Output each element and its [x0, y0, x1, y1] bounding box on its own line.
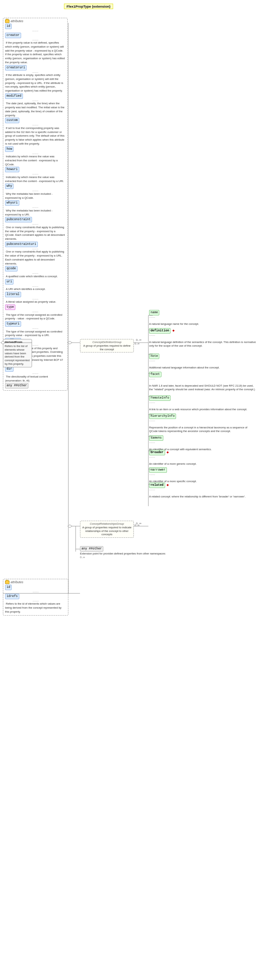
bottom-prop-idrefs-tag[interactable]: idrefs [5, 594, 19, 599]
ci-note: note ........ Additional natural languag… [149, 353, 220, 369]
ci-broader-desc: An identifier of a more generic concept. [149, 462, 197, 466]
ci-hierarchyinfo: hierarchyInfo ........ Represents the po… [149, 414, 256, 433]
ci-note-tag[interactable]: note [149, 353, 159, 359]
prop-how-desc: Indicates by which means the value was e… [5, 155, 58, 166]
prop-howuri: howuri ........ Indicates by which means… [5, 167, 66, 183]
prop-whyuri-tag[interactable]: whyuri [5, 200, 19, 206]
ci-sameas-tag[interactable]: sameAs [149, 435, 163, 441]
crg-desc: A group of properties required to indica… [82, 526, 132, 536]
cdg-label: ConceptDefinitionGroup [92, 340, 122, 344]
prop-creatoruri-desc: If the attribute is empty, specifies whi… [5, 73, 63, 92]
prop-pubconstrainturi: pubconstrainturi ........ One or many co… [5, 242, 66, 266]
prop-custom: custom ........ If set to true the corre… [5, 118, 66, 145]
prop-creator-tag[interactable]: creator [5, 33, 21, 38]
prop-id-tag[interactable]: id [5, 24, 12, 29]
ci-facet: facet ........ In NAR 1.8 and later, fac… [149, 372, 256, 391]
ci-definition: definition ◆ ........ A natural language… [149, 328, 256, 348]
prop-custom-dots: ........ [5, 123, 66, 126]
prop-pubconstraint: pubconstraint ........ One or many const… [5, 217, 66, 241]
prop-how-tag[interactable]: how [5, 146, 13, 152]
crg-any-other-desc: Extension point for provider-defined pro… [80, 552, 165, 555]
prop-typeuri-dots: ........ [5, 327, 66, 329]
prop-dir-tag[interactable]: dir [5, 366, 13, 372]
prop-modified: modified ........ The date (and, optiona… [5, 93, 66, 118]
prop-qcode: qcode ........ A qualified code which id… [5, 266, 66, 278]
ci-definition-tag[interactable]: definition [149, 328, 171, 334]
ci-name: name ........ A natural language name fo… [149, 310, 199, 326]
prop-creatoruri-tag[interactable]: creatoruri [5, 65, 27, 70]
prop-type-tag[interactable]: type [5, 304, 15, 310]
ci-broader-tag[interactable]: broader [149, 450, 165, 455]
prop-uri-tag[interactable]: uri [5, 279, 13, 285]
prop-whyuri: whyuri ........ Why the metadata has bee… [5, 200, 66, 216]
prop-uri-dots: ........ [5, 285, 66, 288]
ci-name-desc: A natural language name for the concept. [149, 322, 199, 326]
ci-narrower-dots: ........ [149, 473, 197, 476]
ci-name-tag[interactable]: name [149, 310, 159, 315]
ci-hierarchyinfo-tag[interactable]: hierarchyInfo [149, 414, 176, 419]
ci-facet-tag[interactable]: facet [149, 372, 162, 377]
crg-multiplicity: 0..∞ [134, 523, 140, 527]
prop-custom-tag[interactable]: custom [5, 118, 19, 123]
prop-why-tag[interactable]: why [5, 183, 13, 189]
prop-howuri-tag[interactable]: howuri [5, 167, 19, 172]
prop-uri: uri ........ A URI which identifies a co… [5, 279, 66, 291]
ci-remoteinfo-desc: A link to an item or a web resource whic… [149, 408, 247, 411]
definition-indicator: ◆ [172, 329, 174, 332]
crg-multiplicity-2: 0..∞ [80, 555, 85, 559]
prop-pubconstraint-tag[interactable]: pubconstraint [5, 217, 32, 223]
svg-marker-2 [68, 341, 72, 344]
bottom-attributes-label: attributes [11, 580, 23, 584]
prop-modified-tag[interactable]: modified [5, 93, 23, 99]
prop-type-dots: ........ [5, 310, 66, 313]
concept-definition-group: ConceptDefinitionGroup A group of proper… [80, 339, 134, 352]
ci-remoteinfo: remoteInfo ........ A link to an item or… [149, 395, 247, 411]
prop-how-dots: ........ [5, 152, 66, 155]
prop-qcode-tag[interactable]: qcode [5, 266, 18, 271]
attributes-box: attributes id ........ creator ........ … [3, 18, 68, 391]
ci-related-tag[interactable]: related [149, 482, 165, 488]
crg-label: ConceptRelationshipsGroup [90, 522, 124, 525]
prop-literal: literal ........ A literal value assigne… [5, 292, 66, 304]
prop-creator-desc: If the property value is not defined, sp… [5, 41, 65, 64]
prop-qcode-desc: A qualified code which identifies a conc… [5, 275, 59, 278]
prop-pubconstraint-desc: One or many constraints that apply to pu… [5, 226, 65, 240]
ci-remoteinfo-dots: ........ [149, 401, 247, 404]
crg-any-other: any ##other Extension point for provider… [80, 546, 165, 559]
prop-literal-dots: ........ [5, 297, 66, 300]
ci-hierarchyinfo-desc: Represents the position of a concept in … [149, 426, 247, 433]
prop-literal-tag[interactable]: literal [5, 292, 21, 297]
attributes-label: attributes [11, 19, 23, 23]
prop-id-dots: ........ [5, 29, 66, 32]
ci-note-dots: ........ [149, 359, 220, 362]
prop-custom-desc: If set to true the corresponding propert… [5, 126, 64, 145]
bottom-prop-id-tag[interactable]: id [5, 585, 12, 590]
prop-whyuri-desc: Why the metadata has been included - exp… [5, 209, 52, 216]
ci-remoteinfo-tag[interactable]: remoteInfo [149, 395, 171, 401]
svg-marker-17 [68, 525, 72, 528]
ci-name-dots: ........ [149, 315, 199, 318]
prop-typeuri-desc: The type of the concept assigned as cont… [5, 330, 62, 337]
prop-type-desc: The type of the concept assigned as cont… [5, 313, 62, 320]
prop-pubconstrainturi-tag[interactable]: pubconstrainturi [5, 242, 38, 247]
prop-typeuri: typeuri ........ The type of the concept… [5, 321, 66, 337]
bottom-prop-idrefs: idrefs ........ Refers to the id of elem… [5, 594, 66, 614]
svg-text:0..∞: 0..∞ [136, 338, 141, 342]
prop-literal-desc: A literal value assigned as property val… [5, 300, 57, 304]
ci-sameas-dots: ........ [149, 441, 212, 444]
derived-from-box: derivedFrom Refers to the list of elemen… [3, 339, 32, 368]
cdg-multiplicity: 0..∞ [134, 342, 140, 345]
ci-broader-dots: ........ [149, 455, 197, 458]
prop-typeuri-tag[interactable]: typeuri [5, 321, 21, 327]
ci-related-dots: ........ [149, 488, 245, 491]
bottom-prop-id: id ........ [5, 585, 66, 593]
broader-indicator: ◆ [166, 450, 169, 454]
ci-related-desc: A related concept: where the relationshi… [149, 495, 245, 498]
ci-narrower-tag[interactable]: narrower [149, 467, 167, 473]
ci-definition-dots: ........ [149, 334, 256, 336]
prop-dir-desc: The directionality of textual content (e… [5, 375, 48, 382]
prop-id: id ........ [5, 24, 66, 32]
prop-howuri-desc: Indicates by which means the value was e… [5, 175, 65, 183]
prop-why: why ........ Why the metadata has been i… [5, 183, 66, 199]
prop-uri-desc: A URI which identifies a concept. [5, 288, 46, 291]
